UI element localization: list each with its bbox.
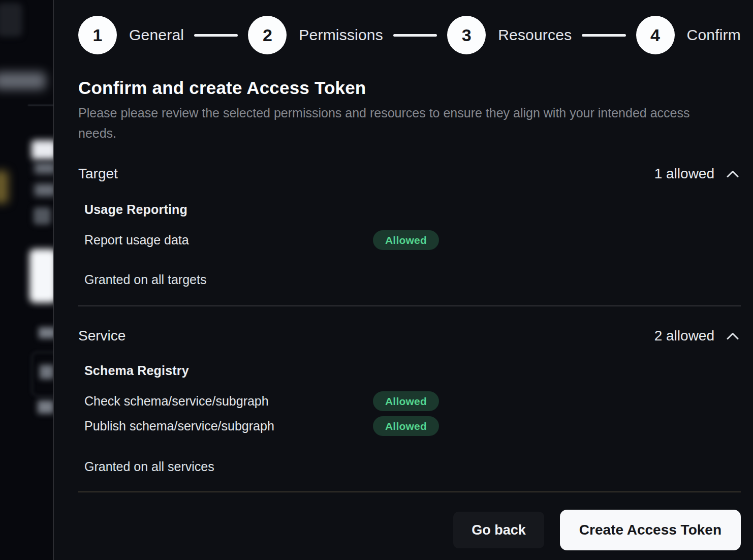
backdrop-blur-blob: [38, 400, 53, 414]
step-connector: [393, 34, 437, 37]
section-name: Target: [78, 166, 118, 182]
step-connector: [194, 34, 238, 37]
step-number-circle: 2: [248, 16, 287, 54]
backdrop-blur-blob: [0, 72, 46, 89]
permission-group-usage-reporting: Usage Reporting Report usage data Allowe…: [78, 202, 741, 250]
permission-label: Publish schema/service/subgraph: [84, 419, 373, 433]
group-title: Usage Reporting: [84, 202, 741, 217]
wizard-stepper: 1 General 2 Permissions 3 Resources 4 Co…: [78, 16, 741, 54]
step-confirm[interactable]: 4 Confirm: [636, 16, 741, 54]
backdrop-blur-blob: [40, 365, 53, 379]
section-header-target: Target 1 allowed: [78, 166, 741, 182]
status-badge: Allowed: [373, 416, 439, 436]
footer-divider: [78, 491, 741, 492]
allowed-count: 2 allowed: [654, 328, 714, 344]
section-divider: [78, 305, 741, 306]
backdrop-blur-blob: [32, 140, 53, 160]
section-name: Service: [78, 328, 125, 344]
backdrop-blur-blob: [39, 327, 53, 338]
granted-note: Granted on all targets: [78, 272, 741, 287]
permission-label: Check schema/service/subgraph: [84, 394, 373, 409]
step-label: Resources: [498, 26, 572, 44]
step-permissions[interactable]: 2 Permissions: [248, 16, 383, 54]
step-connector: [582, 34, 625, 37]
create-access-token-modal: 1 General 2 Permissions 3 Resources 4 Co…: [53, 0, 753, 560]
status-badge: Allowed: [373, 391, 439, 411]
backdrop-blur-blob: [29, 249, 53, 303]
permission-group-schema-registry: Schema Registry Check schema/service/sub…: [78, 363, 741, 436]
go-back-button[interactable]: Go back: [453, 512, 544, 548]
permission-label: Report usage data: [84, 233, 373, 247]
step-number-circle: 4: [636, 16, 675, 54]
allowed-count: 1 allowed: [654, 166, 714, 182]
status-badge: Allowed: [373, 230, 439, 250]
backdrop-blur-blob: [34, 207, 51, 225]
page-subtitle: Please please review the selected permis…: [78, 103, 708, 143]
backdrop-blur-blob: [35, 163, 53, 174]
create-access-token-button[interactable]: Create Access Token: [560, 510, 741, 550]
group-title: Schema Registry: [84, 363, 741, 378]
step-number-circle: 3: [447, 16, 486, 54]
granted-note: Granted on all services: [78, 459, 741, 474]
permission-row: Check schema/service/subgraph Allowed: [84, 391, 741, 411]
permission-row: Report usage data Allowed: [84, 230, 741, 250]
chevron-up-icon[interactable]: [725, 330, 741, 342]
step-label: Confirm: [687, 26, 741, 44]
step-label: Permissions: [299, 26, 383, 44]
backdrop-blur-blob: [28, 105, 53, 106]
step-resources[interactable]: 3 Resources: [447, 16, 572, 54]
page-title: Confirm and create Access Token: [78, 78, 741, 98]
step-label: General: [129, 26, 184, 44]
backdrop-blur-blob: [0, 171, 8, 203]
modal-footer: Go back Create Access Token: [78, 510, 741, 550]
section-header-service: Service 2 allowed: [78, 328, 741, 344]
step-number-circle: 1: [78, 16, 117, 54]
chevron-up-icon[interactable]: [725, 168, 741, 180]
backdrop-blur-blob: [0, 3, 22, 37]
permission-row: Publish schema/service/subgraph Allowed: [84, 416, 741, 436]
step-general[interactable]: 1 General: [78, 16, 184, 54]
background-page-blurred: [0, 0, 53, 560]
backdrop-blur-blob: [35, 184, 53, 196]
